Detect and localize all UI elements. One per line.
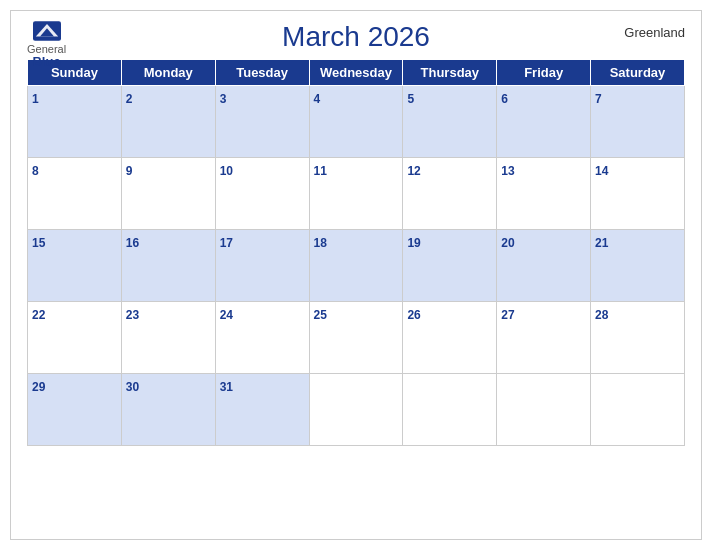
day-number: 2: [126, 92, 133, 106]
calendar-table: Sunday Monday Tuesday Wednesday Thursday…: [27, 59, 685, 446]
calendar-day-cell: 7: [591, 86, 685, 158]
calendar-day-cell: 13: [497, 158, 591, 230]
calendar-day-cell: 5: [403, 86, 497, 158]
calendar-day-cell: 27: [497, 302, 591, 374]
header-saturday: Saturday: [591, 60, 685, 86]
day-number: 21: [595, 236, 608, 250]
day-number: 18: [314, 236, 327, 250]
calendar-day-cell: 6: [497, 86, 591, 158]
calendar-day-cell: [591, 374, 685, 446]
calendar-day-cell: 18: [309, 230, 403, 302]
calendar-day-cell: 20: [497, 230, 591, 302]
day-number: 12: [407, 164, 420, 178]
calendar-day-cell: 24: [215, 302, 309, 374]
calendar-day-cell: 8: [28, 158, 122, 230]
calendar-day-cell: 28: [591, 302, 685, 374]
calendar-day-cell: 31: [215, 374, 309, 446]
calendar-day-cell: 21: [591, 230, 685, 302]
day-number: 6: [501, 92, 508, 106]
calendar-week-row: 22232425262728: [28, 302, 685, 374]
day-number: 14: [595, 164, 608, 178]
calendar-day-cell: 16: [121, 230, 215, 302]
header-friday: Friday: [497, 60, 591, 86]
day-number: 13: [501, 164, 514, 178]
calendar-header: General Blue March 2026 Greenland: [27, 21, 685, 53]
calendar-week-row: 15161718192021: [28, 230, 685, 302]
header-tuesday: Tuesday: [215, 60, 309, 86]
calendar-day-cell: 22: [28, 302, 122, 374]
region-label: Greenland: [624, 25, 685, 40]
calendar-day-cell: [403, 374, 497, 446]
calendar-week-row: 891011121314: [28, 158, 685, 230]
day-number: 3: [220, 92, 227, 106]
calendar-day-cell: 29: [28, 374, 122, 446]
calendar-container: General Blue March 2026 Greenland Sunday…: [10, 10, 702, 540]
calendar-week-row: 293031: [28, 374, 685, 446]
header-wednesday: Wednesday: [309, 60, 403, 86]
day-number: 28: [595, 308, 608, 322]
day-number: 1: [32, 92, 39, 106]
day-number: 7: [595, 92, 602, 106]
calendar-day-cell: 26: [403, 302, 497, 374]
day-number: 31: [220, 380, 233, 394]
day-number: 23: [126, 308, 139, 322]
calendar-day-cell: 19: [403, 230, 497, 302]
day-number: 27: [501, 308, 514, 322]
day-number: 15: [32, 236, 45, 250]
day-number: 25: [314, 308, 327, 322]
day-number: 9: [126, 164, 133, 178]
day-number: 26: [407, 308, 420, 322]
calendar-day-cell: 11: [309, 158, 403, 230]
days-header-row: Sunday Monday Tuesday Wednesday Thursday…: [28, 60, 685, 86]
day-number: 17: [220, 236, 233, 250]
calendar-day-cell: [497, 374, 591, 446]
calendar-day-cell: 10: [215, 158, 309, 230]
calendar-day-cell: 2: [121, 86, 215, 158]
calendar-day-cell: 25: [309, 302, 403, 374]
calendar-week-row: 1234567: [28, 86, 685, 158]
header-thursday: Thursday: [403, 60, 497, 86]
calendar-day-cell: 3: [215, 86, 309, 158]
day-number: 5: [407, 92, 414, 106]
calendar-day-cell: 1: [28, 86, 122, 158]
calendar-day-cell: 14: [591, 158, 685, 230]
day-number: 8: [32, 164, 39, 178]
day-number: 11: [314, 164, 327, 178]
day-number: 20: [501, 236, 514, 250]
calendar-day-cell: 23: [121, 302, 215, 374]
day-number: 29: [32, 380, 45, 394]
day-number: 16: [126, 236, 139, 250]
calendar-body: 1234567891011121314151617181920212223242…: [28, 86, 685, 446]
month-title: March 2026: [282, 21, 430, 53]
day-number: 19: [407, 236, 420, 250]
day-number: 4: [314, 92, 321, 106]
calendar-day-cell: 15: [28, 230, 122, 302]
day-number: 22: [32, 308, 45, 322]
day-number: 24: [220, 308, 233, 322]
calendar-day-cell: 30: [121, 374, 215, 446]
calendar-day-cell: [309, 374, 403, 446]
calendar-day-cell: 9: [121, 158, 215, 230]
calendar-day-cell: 12: [403, 158, 497, 230]
logo-icon: [33, 21, 61, 41]
calendar-day-cell: 17: [215, 230, 309, 302]
logo-blue-text: Blue: [32, 55, 60, 69]
header-monday: Monday: [121, 60, 215, 86]
calendar-day-cell: 4: [309, 86, 403, 158]
day-number: 30: [126, 380, 139, 394]
day-number: 10: [220, 164, 233, 178]
logo-area: General Blue: [27, 21, 66, 69]
